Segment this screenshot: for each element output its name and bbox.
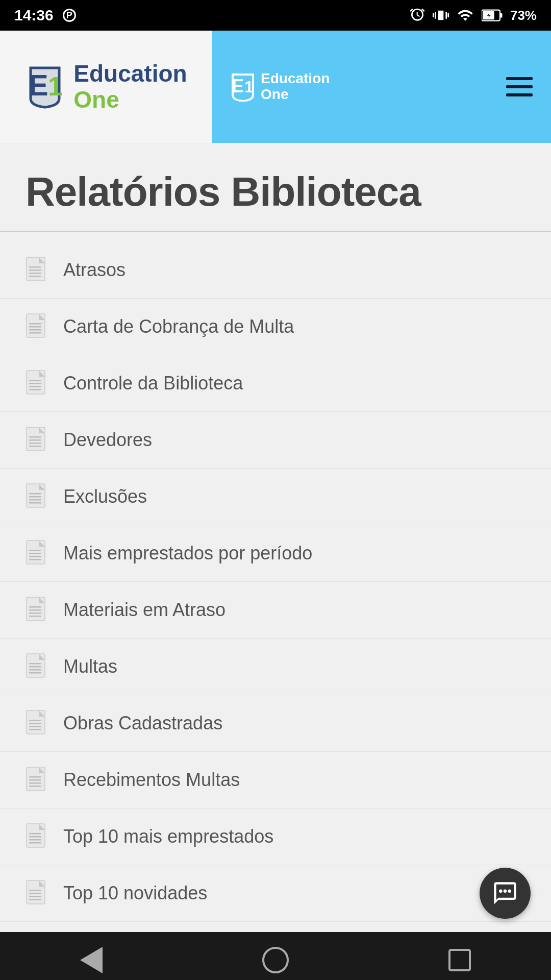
svg-text:1: 1	[48, 71, 63, 101]
chat-fab-button[interactable]	[480, 868, 531, 919]
svg-text:1: 1	[244, 78, 254, 96]
document-icon	[26, 426, 49, 454]
status-bar: 14:36 P 73%	[0, 0, 551, 31]
wifi-icon	[456, 7, 474, 23]
logo-icon: E 1	[24, 64, 65, 110]
svg-rect-44	[29, 666, 41, 668]
svg-rect-61	[29, 842, 41, 844]
svg-rect-48	[29, 720, 41, 721]
svg-rect-51	[29, 729, 41, 730]
logo-education: Education	[73, 61, 187, 87]
svg-rect-29	[29, 496, 41, 498]
svg-rect-24	[29, 439, 41, 441]
svg-rect-15	[29, 329, 41, 331]
svg-text:E: E	[29, 68, 48, 102]
list-item[interactable]: Controle da Biblioteca	[0, 355, 551, 412]
list-item[interactable]: Multas	[0, 639, 551, 695]
hamburger-line-1	[506, 77, 533, 80]
svg-rect-18	[29, 380, 41, 381]
svg-rect-11	[29, 276, 41, 277]
svg-rect-13	[29, 323, 41, 325]
back-arrow-icon	[80, 947, 103, 973]
vibrate-icon	[433, 7, 449, 23]
hamburger-line-3	[506, 93, 533, 96]
list-item-label: Top 10 novidades	[63, 883, 207, 904]
document-icon	[26, 709, 49, 737]
svg-rect-20	[29, 386, 41, 387]
svg-rect-14	[29, 326, 41, 328]
document-icon	[26, 879, 49, 907]
alarm-icon	[409, 7, 425, 23]
document-icon	[26, 540, 49, 567]
svg-rect-45	[29, 669, 41, 671]
svg-rect-23	[29, 436, 41, 438]
small-logo-icon: E 1	[230, 72, 256, 102]
header: E 1 Education One E 1 Education One	[0, 31, 551, 143]
svg-rect-49	[29, 723, 41, 724]
svg-rect-53	[29, 776, 41, 778]
list-item-label: Devedores	[63, 429, 152, 451]
svg-rect-59	[29, 836, 41, 838]
small-logo-one: One	[261, 87, 330, 103]
document-icon	[26, 313, 49, 340]
list-item[interactable]: Obras Cadastradas	[0, 695, 551, 752]
svg-rect-31	[29, 502, 41, 504]
back-button[interactable]	[80, 947, 103, 973]
list-item-label: Recebimentos Multas	[63, 769, 240, 791]
list-item[interactable]: Atrasos	[0, 242, 551, 299]
page-title-section: Relatórios Biblioteca	[0, 143, 551, 232]
bottom-navigation	[0, 932, 551, 980]
list-item-label: Materiais em Atraso	[63, 599, 226, 621]
svg-rect-16	[29, 332, 41, 334]
list-item[interactable]: Top 10 mais emprestados	[0, 808, 551, 865]
header-right: E 1 Education One	[212, 31, 551, 143]
document-icon	[26, 483, 49, 510]
list-item[interactable]: Mais emprestados por período	[0, 525, 551, 582]
hamburger-menu-button[interactable]	[506, 77, 533, 96]
list-item[interactable]: Materiais em Atraso	[0, 582, 551, 639]
list-item[interactable]: Top 10 novidades	[0, 865, 551, 922]
recents-square-icon	[448, 949, 471, 971]
svg-rect-56	[29, 786, 41, 787]
svg-rect-38	[29, 606, 41, 608]
home-circle-icon	[262, 947, 289, 973]
svg-point-68	[504, 889, 507, 893]
list-item-label: Atrasos	[63, 259, 126, 281]
list-item-label: Top 10 mais emprestados	[63, 826, 273, 847]
svg-rect-40	[29, 612, 41, 614]
list-item[interactable]: Carta de Cobrança de Multa	[0, 299, 551, 355]
svg-rect-26	[29, 446, 41, 447]
document-icon	[26, 823, 49, 850]
status-left: 14:36 P	[14, 7, 76, 24]
document-icon	[26, 596, 49, 624]
svg-rect-33	[29, 550, 41, 551]
hamburger-line-2	[506, 85, 533, 88]
home-button[interactable]	[262, 947, 289, 973]
svg-rect-35	[29, 556, 41, 557]
small-logo-text: Education One	[261, 71, 330, 103]
battery-icon	[482, 7, 503, 23]
svg-text:E: E	[232, 76, 244, 96]
list-item-label: Mais emprestados por período	[63, 543, 312, 564]
list-item-label: Exclusões	[63, 486, 147, 507]
header-small-logo: E 1 Education One	[230, 71, 330, 103]
list-item[interactable]: Exclusões	[0, 469, 551, 525]
document-icon	[26, 653, 49, 680]
svg-rect-58	[29, 833, 41, 835]
list-item-label: Multas	[63, 656, 117, 677]
recents-button[interactable]	[448, 949, 471, 971]
list-item-label: Controle da Biblioteca	[63, 373, 243, 394]
svg-rect-46	[29, 672, 41, 674]
document-icon	[26, 256, 49, 284]
svg-rect-41	[29, 616, 41, 617]
header-left: E 1 Education One	[0, 31, 212, 143]
svg-rect-63	[29, 890, 41, 891]
list-item[interactable]: Recebimentos Multas	[0, 752, 551, 808]
small-logo-education: Education	[261, 71, 330, 87]
list-item[interactable]: Devedores	[0, 412, 551, 469]
svg-rect-39	[29, 609, 41, 611]
svg-rect-19	[29, 383, 41, 384]
list-item-label: Obras Cadastradas	[63, 713, 222, 734]
svg-rect-66	[29, 899, 41, 900]
svg-rect-65	[29, 896, 41, 897]
